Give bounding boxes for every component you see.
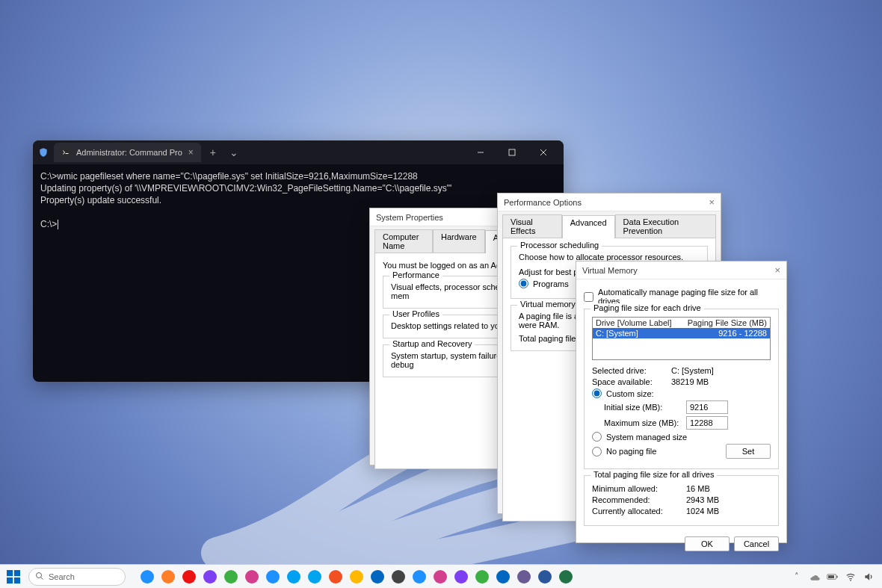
taskbar-app-icon[interactable] <box>369 569 386 585</box>
svg-point-7 <box>37 572 42 578</box>
taskbar-app-icon[interactable] <box>558 569 574 585</box>
group-performance-legend: Performance <box>389 270 442 279</box>
tab-dropdown-icon[interactable]: ⌄ <box>225 146 243 158</box>
current-allocated-value: 1024 MB <box>686 507 719 516</box>
current-allocated-label: Currently allocated: <box>592 507 682 516</box>
no-paging-label: No paging file <box>606 447 721 456</box>
size-entry: 9216 - 12288 <box>718 329 767 338</box>
min-allowed-value: 16 MB <box>686 484 710 493</box>
svg-rect-0 <box>61 148 70 157</box>
taskbar-app-icon[interactable] <box>537 569 553 585</box>
taskbar-app-icon[interactable] <box>181 569 197 585</box>
tab-dep[interactable]: Data Execution Prevention <box>615 214 716 238</box>
no-paging-radio[interactable] <box>592 447 602 457</box>
drive-listbox[interactable]: Drive [Volume Label] Paging File Size (M… <box>592 317 771 360</box>
close-icon[interactable]: × <box>774 264 780 276</box>
initial-size-input[interactable] <box>686 400 728 414</box>
min-allowed-label: Minimum allowed: <box>592 484 682 493</box>
taskbar-app-icon[interactable] <box>390 569 407 585</box>
terminal-titlebar[interactable]: Administrator: Command Pro × + ⌄ <box>33 140 564 164</box>
drive-entry: C: [System] <box>596 329 718 338</box>
svg-rect-6 <box>14 577 20 583</box>
close-button[interactable] <box>528 140 559 164</box>
taskbar-app-icon[interactable] <box>139 569 155 585</box>
taskbar-app-icon[interactable] <box>474 569 490 585</box>
svg-point-12 <box>850 579 851 581</box>
taskbar-app-icon[interactable] <box>348 569 365 585</box>
svg-line-8 <box>41 577 43 579</box>
battery-icon[interactable] <box>827 571 839 583</box>
group-total-legend: Total paging file size for all drives <box>590 470 717 479</box>
maximum-size-label: Maximum size (MB): <box>604 418 682 427</box>
maximum-size-input[interactable] <box>686 416 728 430</box>
close-icon[interactable]: × <box>709 196 715 208</box>
tab-computer-name[interactable]: Computer Name <box>374 229 433 253</box>
recommended-value: 2943 MB <box>686 495 719 504</box>
taskbar-app-icon[interactable] <box>160 569 176 585</box>
space-label: Space available: <box>592 377 667 386</box>
system-managed-radio[interactable] <box>592 432 602 442</box>
space-value: 38219 MB <box>671 377 709 386</box>
svg-rect-2 <box>509 149 515 155</box>
group-scheduling-legend: Processor scheduling <box>517 241 602 250</box>
wifi-icon[interactable] <box>845 571 857 583</box>
tray-chevron-icon[interactable]: ˄ <box>791 571 803 583</box>
terminal-tab[interactable]: Administrator: Command Pro × <box>54 143 201 162</box>
ok-button[interactable]: OK <box>685 536 730 551</box>
svg-rect-4 <box>14 570 20 576</box>
group-userprofiles-legend: User Profiles <box>389 309 442 318</box>
dialog-title: Virtual Memory <box>582 266 774 275</box>
taskbar-app-icon[interactable] <box>495 569 511 585</box>
maximize-button[interactable] <box>496 140 528 164</box>
recommended-label: Recommended: <box>592 495 682 504</box>
cancel-button[interactable]: Cancel <box>734 536 779 551</box>
close-tab-icon[interactable]: × <box>188 147 194 158</box>
taskbar-app-icon[interactable] <box>453 569 469 585</box>
command-prompt-icon <box>61 148 70 157</box>
dialog-titlebar[interactable]: Performance Options × <box>498 194 721 211</box>
taskbar-app-icon[interactable] <box>432 569 448 585</box>
virtual-memory-dialog: Virtual Memory × Automatically manage pa… <box>576 261 787 543</box>
taskbar-app-icon[interactable] <box>516 569 532 585</box>
search-icon <box>35 572 44 582</box>
start-button[interactable] <box>3 566 24 587</box>
taskbar-app-icon[interactable] <box>202 569 218 585</box>
dialog-titlebar[interactable]: Virtual Memory × <box>576 261 786 279</box>
taskbar-app-icon[interactable] <box>244 569 260 585</box>
tab-hardware[interactable]: Hardware <box>433 229 485 253</box>
auto-manage-checkbox[interactable] <box>584 292 593 302</box>
onedrive-icon[interactable] <box>809 571 821 583</box>
taskbar-app-icon[interactable] <box>286 569 302 585</box>
taskbar-app-icon[interactable] <box>306 569 323 585</box>
set-button[interactable]: Set <box>726 444 771 459</box>
group-pfsize-legend: Paging file size for each drive <box>590 303 704 312</box>
custom-size-label: Custom size: <box>606 389 654 398</box>
tab-visual-effects[interactable]: Visual Effects <box>502 214 562 238</box>
taskbar-app-icon[interactable] <box>411 569 428 585</box>
group-startup-legend: Startup and Recovery <box>389 339 475 348</box>
taskbar-apps <box>139 569 574 585</box>
svg-rect-11 <box>828 575 834 578</box>
taskbar-app-icon[interactable] <box>327 569 344 585</box>
selected-drive-label: Selected drive: <box>592 366 667 375</box>
taskbar: Search ˄ <box>0 564 882 588</box>
drive-row-selected[interactable]: C: [System] 9216 - 12288 <box>593 328 770 338</box>
search-placeholder: Search <box>49 572 75 581</box>
tab-advanced[interactable]: Advanced <box>562 215 615 238</box>
taskbar-app-icon[interactable] <box>265 569 281 585</box>
shield-icon <box>37 146 49 158</box>
group-vmem-legend: Virtual memory <box>517 300 579 309</box>
programs-radio[interactable] <box>519 279 528 288</box>
initial-size-label: Initial size (MB): <box>604 403 682 412</box>
system-managed-label: System managed size <box>606 433 687 442</box>
size-header: Paging File Size (MB) <box>688 318 767 327</box>
selected-drive-value: C: [System] <box>671 366 714 375</box>
minimize-button[interactable] <box>465 140 496 164</box>
volume-icon[interactable] <box>863 571 875 583</box>
drive-header: Drive [Volume Label] <box>596 318 688 327</box>
taskbar-app-icon[interactable] <box>223 569 239 585</box>
system-tray: ˄ <box>791 571 875 583</box>
custom-size-radio[interactable] <box>592 389 602 398</box>
search-box[interactable]: Search <box>28 568 126 586</box>
new-tab-button[interactable]: + <box>206 146 220 158</box>
